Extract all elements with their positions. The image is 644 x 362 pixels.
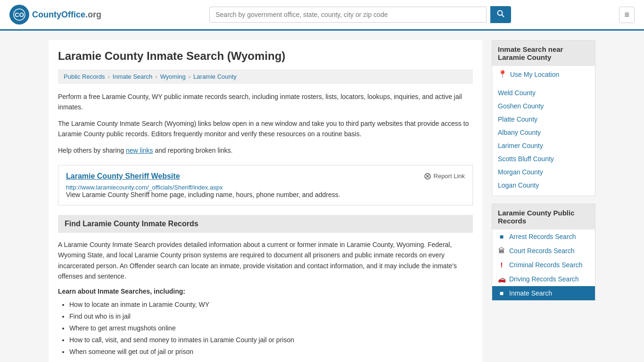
report-icon <box>424 173 431 180</box>
list-item: Find out who is in jail <box>69 311 473 322</box>
report-link[interactable]: Report Link <box>424 173 465 180</box>
sidebar-county-platte[interactable]: Platte County <box>492 113 595 126</box>
sidebar-county-scottsbluff[interactable]: Scotts Bluff County <box>492 152 595 165</box>
search-input[interactable] <box>209 7 487 23</box>
public-records-title: Laramie County Public Records <box>492 204 595 230</box>
find-records-section: Find Laramie County Inmate Records A Lar… <box>58 215 473 358</box>
criminal-records-icon: ! <box>498 261 505 269</box>
pr-court-records[interactable]: 🏛 Court Records Search <box>492 244 595 258</box>
inmate-search-icon: ■ <box>498 289 505 297</box>
list-item: When someone will get out of jail or pri… <box>69 346 473 358</box>
search-button[interactable] <box>490 6 511 23</box>
court-records-icon: 🏛 <box>498 247 505 255</box>
svg-line-3 <box>502 15 504 17</box>
logo-area: CO CountyOffice.org <box>9 5 101 25</box>
menu-button[interactable]: ≡ <box>619 7 635 23</box>
list-item: Where to get arrest mugshots online <box>69 322 473 334</box>
pr-criminal-records[interactable]: ! Criminal Records Search <box>492 258 595 272</box>
logo-icon: CO <box>9 5 29 25</box>
learn-list: How to locate an inmate in Laramie Count… <box>58 299 473 358</box>
sidebar-county-morgan[interactable]: Morgan County <box>492 165 595 179</box>
list-item: How to call, visit, and send money to in… <box>69 334 473 346</box>
search-area <box>209 6 511 23</box>
learn-header: Learn about Inmate Searches, including: <box>58 288 473 295</box>
intro-text-1: Perform a free Laramie County, WY public… <box>58 91 473 113</box>
find-records-text: A Laramie County Inmate Search provides … <box>58 239 473 282</box>
pr-inmate-search[interactable]: ■ Inmate Search <box>492 286 595 300</box>
find-records-header: Find Laramie County Inmate Records <box>58 215 473 233</box>
breadcrumb: Public Records › Inmate Search › Wyoming… <box>58 69 473 84</box>
sidebar: Inmate Search near Laramie County 📍 Use … <box>492 40 595 362</box>
svg-point-2 <box>498 11 503 16</box>
resource-url[interactable]: http://www.laramiecounty.com/_officials/… <box>66 184 223 191</box>
breadcrumb-public-records[interactable]: Public Records <box>64 73 105 80</box>
sidebar-county-logan[interactable]: Logan County <box>492 179 595 192</box>
intro-text-2: The Laramie County Inmate Search (Wyomin… <box>58 118 473 140</box>
breadcrumb-inmate-search[interactable]: Inmate Search <box>113 73 153 80</box>
sidebar-county-albany[interactable]: Albany County <box>492 126 595 139</box>
sidebar-county-weld[interactable]: Weld County <box>492 86 595 99</box>
sidebar-county-larimer[interactable]: Larimer County <box>492 139 595 152</box>
sidebar-county-goshen[interactable]: Goshen County <box>492 99 595 113</box>
intro-text-3: Help others by sharing new links and rep… <box>58 145 473 156</box>
new-links-link[interactable]: new links <box>126 147 153 154</box>
breadcrumb-wyoming[interactable]: Wyoming <box>160 73 186 80</box>
nearby-title: Inmate Search near Laramie County <box>492 41 595 66</box>
page-title: Laramie County Inmate Search (Wyoming) <box>58 49 473 63</box>
site-header: CO CountyOffice.org ≡ <box>0 0 644 31</box>
use-location[interactable]: 📍 Use My Location <box>492 66 595 82</box>
pr-arrest-records[interactable]: ■ Arrest Records Search <box>492 230 595 244</box>
nearby-counties-list: Weld County Goshen County Platte County … <box>492 82 595 196</box>
use-my-location-link[interactable]: Use My Location <box>510 71 559 78</box>
arrest-records-icon: ■ <box>498 233 505 240</box>
public-records-section: Laramie County Public Records ■ Arrest R… <box>492 204 595 301</box>
location-icon: 📍 <box>498 70 507 79</box>
svg-text:CO: CO <box>15 11 24 18</box>
breadcrumb-laramie-county[interactable]: Laramie County <box>193 73 237 80</box>
logo-text: CountyOffice.org <box>32 10 101 20</box>
content-area: Laramie County Inmate Search (Wyoming) P… <box>49 40 482 362</box>
list-item: How to locate an inmate in Laramie Count… <box>69 299 473 311</box>
nearby-section: Inmate Search near Laramie County 📍 Use … <box>492 40 595 196</box>
driving-records-icon: 🚗 <box>498 275 505 283</box>
main-container: Laramie County Inmate Search (Wyoming) P… <box>39 31 605 362</box>
pr-driving-records[interactable]: 🚗 Driving Records Search <box>492 272 595 286</box>
resource-description: View Laramie County Sheriff home page, i… <box>66 191 465 198</box>
resource-title[interactable]: Laramie County Sheriff Website <box>66 172 180 181</box>
resource-card: Laramie County Sheriff Website Report Li… <box>58 165 473 206</box>
